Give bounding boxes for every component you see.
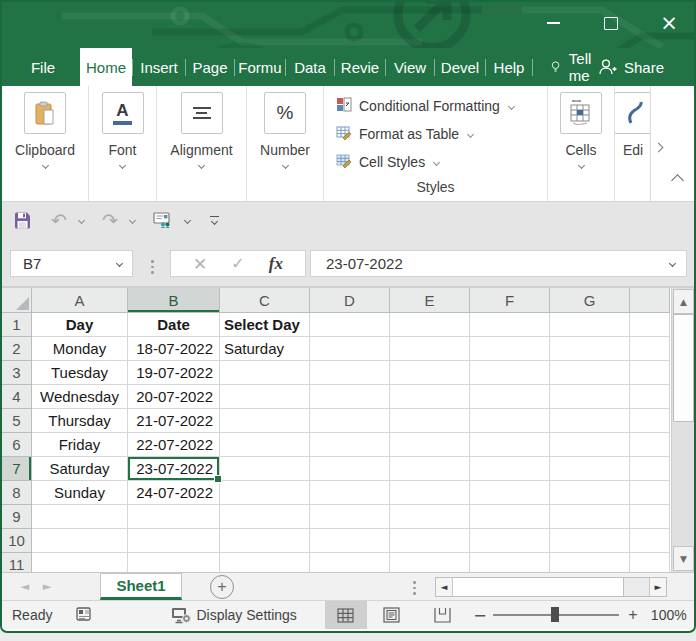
zoom-in-button[interactable]: + — [626, 606, 640, 624]
cell-B11[interactable] — [128, 553, 220, 572]
cell-E11[interactable] — [390, 553, 470, 572]
editing-button[interactable] — [615, 92, 650, 134]
cell-F2[interactable] — [470, 337, 550, 361]
cell-F3[interactable] — [470, 361, 550, 385]
cell-A11[interactable] — [32, 553, 128, 572]
cell-F9[interactable] — [470, 505, 550, 529]
menu-tab-home[interactable]: Home — [80, 48, 132, 86]
scroll-down-arrow-icon[interactable]: ▼ — [673, 546, 694, 571]
cells-button[interactable] — [560, 92, 602, 134]
cell-C11[interactable] — [220, 553, 310, 572]
select-all-corner[interactable] — [2, 288, 32, 313]
cell-H11[interactable] — [630, 553, 670, 572]
expand-formula-bar-icon[interactable] — [669, 260, 676, 267]
cell-G1[interactable] — [550, 313, 630, 337]
redo-button[interactable]: ↷ — [102, 211, 118, 230]
cell-D9[interactable] — [310, 505, 390, 529]
cell-F7[interactable] — [470, 457, 550, 481]
cell-F11[interactable] — [470, 553, 550, 572]
save-button[interactable] — [14, 212, 31, 229]
menu-tab-data[interactable]: Data — [286, 48, 334, 86]
cell-D6[interactable] — [310, 433, 390, 457]
cell-B7[interactable]: 23-07-2022 — [128, 457, 220, 481]
cell-A6[interactable]: Friday — [32, 433, 128, 457]
next-sheet-arrow-icon[interactable]: ► — [36, 580, 58, 593]
horizontal-scrollbar-thumb[interactable] — [453, 578, 624, 596]
cell-A9[interactable] — [32, 505, 128, 529]
minimize-button[interactable] — [536, 10, 570, 36]
cell-H7[interactable] — [630, 457, 670, 481]
macro-recording-button[interactable] — [76, 606, 92, 625]
zoom-slider[interactable] — [493, 614, 619, 616]
cancel-icon[interactable]: ✕ — [193, 254, 207, 274]
cell-E6[interactable] — [390, 433, 470, 457]
cell-F10[interactable] — [470, 529, 550, 553]
cell-B10[interactable] — [128, 529, 220, 553]
scroll-up-arrow-icon[interactable]: ▲ — [673, 289, 694, 314]
undo-button[interactable]: ↶ — [51, 211, 67, 230]
collapse-ribbon-button[interactable] — [670, 168, 685, 192]
cell-A10[interactable] — [32, 529, 128, 553]
cell-C10[interactable] — [220, 529, 310, 553]
ribbon-group-editing[interactable]: Edi — [615, 86, 650, 201]
row-header-10[interactable]: 10 — [2, 529, 32, 553]
cell-E2[interactable] — [390, 337, 470, 361]
ribbon-group-clipboard[interactable]: Clipboard — [2, 86, 89, 201]
insert-function-button[interactable]: fx — [269, 254, 283, 274]
scroll-right-arrow-icon[interactable]: ► — [649, 578, 666, 596]
cell-B1[interactable]: Date — [128, 313, 220, 337]
cell-A8[interactable]: Sunday — [32, 481, 128, 505]
fill-handle[interactable] — [214, 475, 222, 483]
share-button[interactable]: Share — [598, 48, 664, 86]
display-settings-button[interactable]: Display Settings — [171, 607, 296, 624]
cell-H5[interactable] — [630, 409, 670, 433]
font-button[interactable]: A — [102, 92, 144, 134]
row-header-11[interactable]: 11 — [2, 553, 32, 572]
touch-mode-dropdown-chevron-icon[interactable] — [184, 216, 191, 223]
cell-G8[interactable] — [550, 481, 630, 505]
name-box[interactable]: B7 — [10, 250, 133, 277]
cell-C2[interactable]: Saturday — [220, 337, 310, 361]
new-sheet-button[interactable]: + — [210, 575, 234, 599]
cell-D2[interactable] — [310, 337, 390, 361]
column-header-F[interactable]: F — [470, 288, 550, 313]
cell-D7[interactable] — [310, 457, 390, 481]
tell-me-button[interactable]: Tell me — [551, 48, 598, 86]
menu-tab-insert[interactable]: Insert — [133, 48, 185, 86]
cell-E4[interactable] — [390, 385, 470, 409]
column-header-C[interactable]: C — [220, 288, 310, 313]
cell-A5[interactable]: Thursday — [32, 409, 128, 433]
vertical-scrollbar-thumb[interactable] — [673, 314, 694, 422]
cell-A4[interactable]: Wednesday — [32, 385, 128, 409]
cell-B6[interactable]: 22-07-2022 — [128, 433, 220, 457]
horizontal-scrollbar[interactable]: ◄ ► — [435, 577, 667, 597]
row-header-6[interactable]: 6 — [2, 433, 32, 457]
menu-tab-formu[interactable]: Formu — [235, 48, 285, 86]
clipboard-button[interactable] — [24, 92, 66, 134]
cell-E9[interactable] — [390, 505, 470, 529]
cell-C5[interactable] — [220, 409, 310, 433]
column-header-G[interactable]: G — [550, 288, 630, 313]
ribbon-group-font[interactable]: A Font — [89, 86, 157, 201]
cell-B5[interactable]: 21-07-2022 — [128, 409, 220, 433]
cell-A3[interactable]: Tuesday — [32, 361, 128, 385]
cell-D8[interactable] — [310, 481, 390, 505]
formula-bar-resize-handle[interactable] — [151, 260, 154, 274]
enter-check-icon[interactable]: ✓ — [231, 254, 244, 273]
zoom-slider-thumb[interactable] — [551, 607, 559, 622]
cell-F8[interactable] — [470, 481, 550, 505]
row-header-4[interactable]: 4 — [2, 385, 32, 409]
cell-G4[interactable] — [550, 385, 630, 409]
cell-E3[interactable] — [390, 361, 470, 385]
formula-bar-input[interactable]: 23-07-2022 — [310, 250, 687, 277]
scroll-left-arrow-icon[interactable]: ◄ — [436, 578, 453, 596]
row-header-3[interactable]: 3 — [2, 361, 32, 385]
view-page-break-button[interactable] — [422, 601, 464, 629]
sheet-bar-resize-handle[interactable] — [413, 581, 416, 595]
ribbon-group-number[interactable]: % Number — [247, 86, 324, 201]
cell-D3[interactable] — [310, 361, 390, 385]
cell-F5[interactable] — [470, 409, 550, 433]
menu-tab-revie[interactable]: Revie — [335, 48, 385, 86]
cell-C6[interactable] — [220, 433, 310, 457]
number-button[interactable]: % — [264, 92, 306, 134]
